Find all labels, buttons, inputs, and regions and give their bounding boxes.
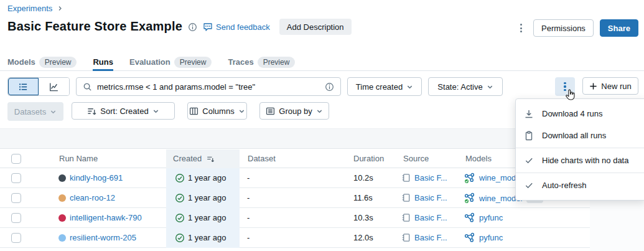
runs-table-header: Run Name Created Dataset Duration Source… xyxy=(0,149,590,168)
created-cell: 1 year ago xyxy=(188,193,226,202)
source-link[interactable]: Basic F... xyxy=(414,213,447,222)
source-link[interactable]: Basic F... xyxy=(414,193,447,202)
send-feedback-label: Send feedback xyxy=(216,22,270,32)
chart-icon xyxy=(49,82,58,92)
row-checkbox[interactable] xyxy=(11,233,21,243)
run-status-success-icon xyxy=(175,173,185,183)
columns-dropdown[interactable]: Columns xyxy=(187,102,247,120)
sort-indicator-icon[interactable] xyxy=(207,155,215,163)
share-button[interactable]: Share xyxy=(600,19,638,37)
header-actions: Permissions Share xyxy=(515,19,638,37)
sort-icon xyxy=(87,107,96,116)
chevron-down-icon xyxy=(487,83,493,90)
row-checkbox[interactable] xyxy=(11,173,21,183)
col-header-duration[interactable]: Duration xyxy=(353,154,384,163)
send-feedback-link[interactable]: Send feedback xyxy=(203,22,270,32)
tab-runs[interactable]: Runs xyxy=(93,54,113,71)
select-all-checkbox[interactable] xyxy=(11,154,21,164)
col-header-source[interactable]: Source xyxy=(403,154,429,163)
col-header-dataset[interactable]: Dataset xyxy=(248,154,276,163)
runs-overflow-menu: Download 4 runs Download all runs Hide c… xyxy=(515,98,644,201)
source-link[interactable]: Basic F... xyxy=(414,233,447,242)
run-name-link[interactable]: resilient-worm-205 xyxy=(70,233,136,242)
check-icon xyxy=(523,181,534,190)
header-overflow-menu-icon[interactable] xyxy=(515,20,527,36)
breadcrumb-experiments-link[interactable]: Experiments xyxy=(7,4,52,13)
model-icon xyxy=(464,232,475,244)
dataset-cell: - xyxy=(247,213,250,222)
plus-icon xyxy=(589,82,597,90)
run-name-link[interactable]: intelligent-hawk-790 xyxy=(70,213,142,222)
preview-badge: Preview xyxy=(39,57,77,68)
notebook-icon xyxy=(401,193,411,202)
table-row: resilient-worm-205 1 year ago - 12.0s Ba… xyxy=(0,228,590,248)
chart-view-toggle[interactable] xyxy=(39,78,69,95)
time-created-dropdown[interactable]: Time created xyxy=(347,77,422,96)
run-status-success-icon xyxy=(175,233,185,243)
runs-overflow-menu-button[interactable] xyxy=(555,77,575,96)
new-run-button[interactable]: New run xyxy=(582,77,638,95)
registered-model-icon xyxy=(464,192,475,204)
dataset-cell: - xyxy=(247,193,250,202)
dataset-cell: - xyxy=(247,173,250,182)
preview-badge: Preview xyxy=(174,57,212,68)
dataset-cell: - xyxy=(247,233,250,242)
col-header-created[interactable]: Created xyxy=(173,154,202,163)
check-icon xyxy=(523,156,534,165)
menu-divider xyxy=(516,173,644,173)
permissions-button[interactable]: Permissions xyxy=(533,19,594,37)
model-link[interactable]: pyfunc xyxy=(479,233,503,242)
chevron-down-icon xyxy=(406,83,413,90)
menu-item-auto-refresh[interactable]: Auto-refresh xyxy=(516,174,644,196)
menu-item-download-all[interactable]: Download all runs xyxy=(516,125,644,146)
registered-model-icon xyxy=(464,173,475,184)
menu-item-download-selected[interactable]: Download 4 runs xyxy=(516,103,644,125)
notebook-icon xyxy=(401,233,411,242)
tab-models[interactable]: Models Preview xyxy=(7,54,77,71)
run-color-dot xyxy=(58,234,66,242)
model-link[interactable]: pyfunc xyxy=(479,213,503,222)
state-filter-dropdown[interactable]: State: Active xyxy=(428,77,503,96)
notebook-icon xyxy=(401,173,411,182)
datasets-dropdown: Datasets xyxy=(7,102,63,121)
row-checkbox[interactable] xyxy=(11,193,21,203)
tab-traces[interactable]: Traces Preview xyxy=(228,54,295,71)
experiment-page: Experiments Basic Feature Store Example … xyxy=(0,0,644,251)
view-mode-toggle xyxy=(7,77,70,96)
created-cell: 1 year ago xyxy=(188,173,226,182)
run-color-dot xyxy=(58,214,66,222)
list-view-toggle[interactable] xyxy=(8,78,39,95)
run-name-link[interactable]: kindly-hog-691 xyxy=(70,173,123,182)
source-link[interactable]: Basic F... xyxy=(414,173,447,182)
tab-evaluation[interactable]: Evaluation Preview xyxy=(129,54,212,71)
duration-cell: 10.3s xyxy=(353,213,373,222)
run-name-link[interactable]: clean-roo-12 xyxy=(70,193,115,202)
duration-cell: 10.2s xyxy=(353,173,373,182)
search-input[interactable] xyxy=(97,82,320,92)
tab-bar: Models Preview Runs Evaluation Preview T… xyxy=(0,54,644,71)
col-header-run-name[interactable]: Run Name xyxy=(59,154,98,163)
chevron-down-icon xyxy=(238,108,245,115)
group-by-icon xyxy=(266,107,275,116)
feedback-bubble-icon xyxy=(203,22,213,32)
run-color-dot xyxy=(58,174,66,182)
group-by-dropdown[interactable]: Group by xyxy=(259,102,329,120)
add-description-button[interactable]: Add Description xyxy=(279,19,352,35)
chevron-down-icon xyxy=(316,108,323,115)
created-cell: 1 year ago xyxy=(188,233,226,242)
search-icon xyxy=(83,82,92,92)
clipboard-icon xyxy=(523,131,534,141)
preview-badge: Preview xyxy=(258,57,296,68)
col-header-models[interactable]: Models xyxy=(465,154,492,163)
sort-dropdown[interactable]: Sort: Created xyxy=(72,102,175,120)
search-info-icon[interactable] xyxy=(325,82,334,92)
columns-icon xyxy=(189,107,198,116)
breadcrumb: Experiments xyxy=(7,4,63,13)
table-row: kindly-hog-691 1 year ago - 10.2s Basic … xyxy=(0,168,590,188)
menu-divider xyxy=(516,148,644,148)
menu-item-hide-charts[interactable]: Hide charts with no data xyxy=(516,149,644,171)
run-color-dot xyxy=(58,194,66,202)
row-checkbox[interactable] xyxy=(11,213,21,223)
chevron-right-icon xyxy=(57,6,63,11)
info-icon[interactable] xyxy=(188,22,197,32)
